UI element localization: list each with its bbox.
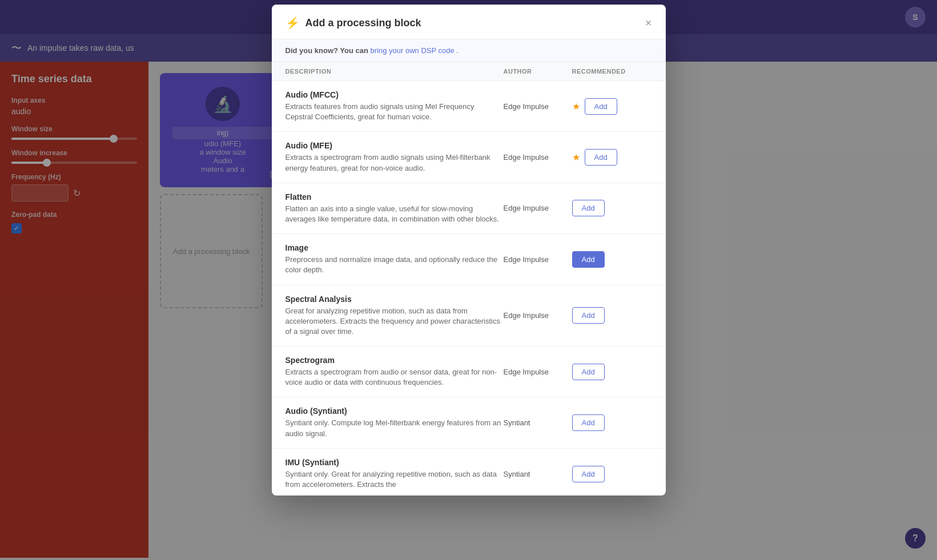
block-recommended-col-0: ★Add	[572, 98, 652, 115]
block-desc-col-7: IMU (Syntiant)Syntiant only. Great for a…	[285, 458, 504, 490]
block-name-3: Image	[285, 243, 504, 252]
block-author-3: Edge Impulse	[504, 255, 572, 264]
block-author-0: Edge Impulse	[504, 102, 572, 111]
block-desc-col-3: ImagePreprocess and normalize image data…	[285, 243, 504, 275]
block-name-7: IMU (Syntiant)	[285, 458, 504, 467]
block-desc-col-6: Audio (Syntiant)Syntiant only. Compute l…	[285, 406, 504, 438]
block-recommended-col-3: Add	[572, 251, 652, 268]
block-row: FlattenFlatten an axis into a single val…	[272, 183, 666, 234]
block-desc-col-5: SpectrogramExtracts a spectrogram from a…	[285, 356, 504, 388]
block-row: IMU (Syntiant)Syntiant only. Great for a…	[272, 449, 666, 495]
block-author-4: Edge Impulse	[504, 311, 572, 320]
block-recommended-col-6: Add	[572, 414, 652, 431]
block-description-1: Extracts a spectrogram from audio signal…	[285, 152, 504, 173]
block-description-5: Extracts a spectrogram from audio or sen…	[285, 367, 504, 388]
block-row: Audio (MFE)Extracts a spectrogram from a…	[272, 132, 666, 183]
modal-table-header: DESCRIPTION AUTHOR RECOMMENDED	[272, 62, 666, 81]
block-author-6: Syntiant	[504, 418, 572, 427]
add-button-6[interactable]: Add	[572, 414, 605, 431]
block-author-7: Syntiant	[504, 470, 572, 478]
block-row: Audio (MFCC)Extracts features from audio…	[272, 81, 666, 132]
block-recommended-col-2: Add	[572, 200, 652, 216]
block-recommended-col-7: Add	[572, 466, 652, 482]
modal-title-row: ⚡ Add a processing block	[285, 16, 421, 30]
block-desc-col-4: Spectral AnalysisGreat for analyzing rep…	[285, 295, 504, 337]
dsp-link[interactable]: bring your own DSP code	[371, 46, 455, 55]
block-name-6: Audio (Syntiant)	[285, 406, 504, 416]
add-button-4[interactable]: Add	[572, 307, 605, 324]
block-row: SpectrogramExtracts a spectrogram from a…	[272, 347, 666, 397]
block-name-2: Flatten	[285, 192, 504, 202]
col-description: DESCRIPTION	[285, 68, 504, 75]
add-button-7[interactable]: Add	[572, 466, 605, 482]
block-desc-col-0: Audio (MFCC)Extracts features from audio…	[285, 90, 504, 122]
modal-close-button[interactable]: ×	[645, 17, 652, 29]
block-desc-col-1: Audio (MFE)Extracts a spectrogram from a…	[285, 141, 504, 173]
did-you-know: Did you know? You can	[285, 46, 371, 55]
block-author-5: Edge Impulse	[504, 368, 572, 376]
modal-body: Audio (MFCC)Extracts features from audio…	[272, 81, 666, 495]
star-icon-1: ★	[572, 152, 580, 163]
add-processing-block-modal: ⚡ Add a processing block × Did you know?…	[272, 5, 666, 495]
col-author: AUTHOR	[504, 68, 572, 75]
block-recommended-col-4: Add	[572, 307, 652, 324]
modal-header: ⚡ Add a processing block ×	[272, 5, 666, 39]
block-description-7: Syntiant only. Great for analyzing repet…	[285, 469, 504, 490]
block-description-3: Preprocess and normalize image data, and…	[285, 255, 504, 275]
modal-overlay: ⚡ Add a processing block × Did you know?…	[0, 0, 937, 560]
block-desc-col-2: FlattenFlatten an axis into a single val…	[285, 192, 504, 224]
block-description-6: Syntiant only. Compute log Mel-filterban…	[285, 418, 504, 438]
block-name-1: Audio (MFE)	[285, 141, 504, 150]
modal-title-icon: ⚡	[285, 16, 300, 30]
block-author-2: Edge Impulse	[504, 204, 572, 212]
block-recommended-col-1: ★Add	[572, 149, 652, 166]
star-icon-0: ★	[572, 101, 580, 112]
add-button-1[interactable]: Add	[585, 149, 617, 166]
block-description-4: Great for analyzing repetitive motion, s…	[285, 306, 504, 337]
block-row: ImagePreprocess and normalize image data…	[272, 234, 666, 285]
block-description-0: Extracts features from audio signals usi…	[285, 102, 504, 122]
col-recommended: RECOMMENDED	[572, 68, 652, 75]
add-button-5[interactable]: Add	[572, 364, 605, 380]
modal-title: Add a processing block	[305, 17, 421, 29]
block-name-4: Spectral Analysis	[285, 295, 504, 304]
block-name-0: Audio (MFCC)	[285, 90, 504, 99]
block-description-2: Flatten an axis into a single value, use…	[285, 204, 504, 224]
add-button-2[interactable]: Add	[572, 200, 605, 216]
block-author-1: Edge Impulse	[504, 153, 572, 162]
add-button-3[interactable]: Add	[572, 251, 605, 268]
block-row: Spectral AnalysisGreat for analyzing rep…	[272, 285, 666, 347]
modal-banner: Did you know? You can bring your own DSP…	[272, 39, 666, 62]
block-row: Audio (Syntiant)Syntiant only. Compute l…	[272, 397, 666, 448]
block-recommended-col-5: Add	[572, 364, 652, 380]
add-button-0[interactable]: Add	[585, 98, 617, 115]
block-name-5: Spectrogram	[285, 356, 504, 365]
banner-suffix: .	[456, 46, 459, 55]
